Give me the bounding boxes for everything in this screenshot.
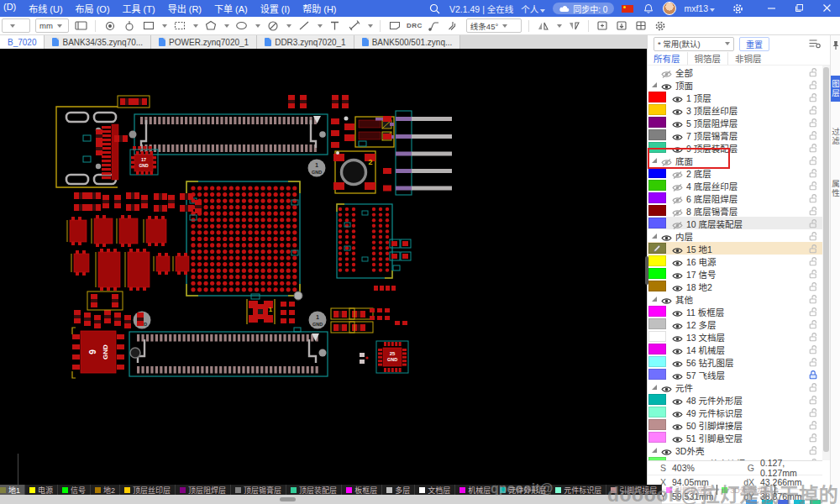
layer-color-swatch[interactable]: [648, 419, 666, 430]
line-mode-select[interactable]: 线条45°: [466, 18, 522, 33]
lock-open-icon[interactable]: [809, 193, 817, 205]
layer-color-swatch[interactable]: [648, 394, 666, 405]
layer-color-swatch[interactable]: [648, 218, 666, 228]
layer-color-swatch[interactable]: [648, 268, 666, 279]
side-tab[interactable]: 属性: [831, 180, 840, 197]
layer-row[interactable]: 56 钻孔图层: [648, 355, 822, 368]
layer-color-swatch[interactable]: [648, 306, 666, 317]
layer-color-swatch[interactable]: [648, 243, 666, 254]
layer-chip[interactable]: 顶层锡膏层: [231, 485, 286, 495]
lock-open-icon[interactable]: [809, 105, 817, 117]
language-flag-icon[interactable]: [622, 5, 633, 13]
scrollbar-thumb[interactable]: [823, 67, 829, 452]
menu-item[interactable]: 布局 (O): [76, 2, 110, 15]
lock-open-icon[interactable]: [809, 395, 817, 407]
layer-row[interactable]: 11 板框层: [648, 305, 822, 318]
scrollbar-thumb[interactable]: [280, 497, 296, 501]
layer-chip[interactable]: 引脚焊接层: [606, 485, 662, 495]
lock-closed-icon[interactable]: [809, 370, 817, 381]
lock-open-icon[interactable]: [809, 155, 817, 167]
pcb-canvas[interactable]: 17GND1GND1GND1GND29GND25GND1 地1电源信号地2顶层丝…: [0, 49, 647, 495]
layer-chip[interactable]: 顶层阻焊层: [176, 485, 231, 495]
lock-open-icon[interactable]: [809, 420, 817, 432]
layer-row[interactable]: 7 顶层锡膏层: [648, 129, 822, 141]
canvas-settings-icon[interactable]: [74, 18, 88, 33]
vertical-scrollbar[interactable]: [822, 66, 830, 460]
layer-color-swatch[interactable]: [648, 180, 666, 191]
lock-open-icon[interactable]: [809, 357, 817, 369]
side-tab[interactable]: 图层: [831, 76, 840, 102]
reset-button[interactable]: 重置: [739, 37, 769, 51]
lock-open-icon[interactable]: [809, 319, 817, 331]
lock-open-icon[interactable]: [809, 332, 817, 344]
line-tool-icon[interactable]: [297, 18, 311, 33]
export-file-icon[interactable]: [615, 18, 629, 33]
layer-color-swatch[interactable]: [648, 331, 666, 342]
lock-open-icon[interactable]: [809, 143, 817, 155]
layer-group-row[interactable]: 元件: [648, 381, 822, 393]
filter-tab[interactable]: 非铜层: [728, 52, 769, 65]
lock-open-icon[interactable]: [809, 181, 817, 192]
expand-triangle-icon[interactable]: [652, 385, 657, 390]
document-tab[interactable]: B_7020: [0, 35, 45, 49]
layer-chip[interactable]: 3D外壳边框: [717, 485, 775, 495]
pcb-drawing[interactable]: 17GND1GND1GND1GND29GND25GND1: [0, 49, 647, 485]
layer-row[interactable]: 18 地2: [648, 280, 822, 292]
pad-tool-icon[interactable]: [102, 18, 117, 33]
layer-chip[interactable]: 电源: [25, 485, 58, 495]
horizontal-scrollbar[interactable]: [0, 495, 662, 504]
dimension-tool-icon[interactable]: [347, 18, 361, 33]
via-tool-icon[interactable]: [122, 18, 136, 33]
layer-color-swatch[interactable]: [648, 369, 666, 380]
layer-preset-select[interactable]: * 常用(默认): [654, 37, 734, 51]
layer-chip[interactable]: 引脚悬空层: [662, 485, 717, 495]
align-tool-icon[interactable]: [536, 18, 550, 33]
lock-open-icon[interactable]: [809, 168, 817, 180]
region-tool-icon[interactable]: [172, 18, 186, 33]
layer-group-row[interactable]: 顶面: [648, 78, 822, 91]
layer-row[interactable]: 12 多层: [648, 318, 822, 330]
pin-panel-icon[interactable]: [832, 39, 840, 54]
filter-tab[interactable]: 铜箔层: [688, 52, 729, 65]
layer-color-swatch[interactable]: [648, 104, 666, 115]
layer-chip[interactable]: 顶层装配层: [286, 485, 342, 495]
layer-color-swatch[interactable]: [648, 205, 666, 216]
lock-open-icon[interactable]: [809, 67, 817, 79]
layer-config-icon[interactable]: [808, 38, 821, 50]
layer-group-row[interactable]: 其他: [648, 292, 822, 305]
search-icon[interactable]: [428, 2, 442, 16]
layer-row[interactable]: 50 引脚焊接层: [648, 418, 822, 431]
lock-open-icon[interactable]: [809, 80, 817, 92]
lock-open-icon[interactable]: [809, 244, 817, 255]
expand-triangle-icon[interactable]: [652, 234, 657, 239]
notifications-bell-icon[interactable]: [641, 2, 655, 16]
layer-group-row[interactable]: 内层: [648, 229, 822, 242]
route-tool-icon[interactable]: [428, 18, 442, 33]
lock-open-icon[interactable]: [809, 307, 817, 318]
layer-chip[interactable]: 机械层: [455, 485, 496, 495]
lock-open-icon[interactable]: [809, 281, 817, 293]
board-outline-icon[interactable]: [387, 18, 402, 33]
lock-open-icon[interactable]: [809, 445, 817, 457]
layer-row[interactable]: 5 顶层阻焊层: [648, 116, 822, 129]
document-tab[interactable]: BANK500/501.zynq...: [354, 35, 461, 49]
lock-open-icon[interactable]: [809, 130, 817, 142]
expand-triangle-icon[interactable]: [652, 297, 657, 302]
layer-row[interactable]: 49 元件标识层: [648, 406, 822, 418]
lock-open-icon[interactable]: [809, 407, 817, 419]
layer-chip[interactable]: 地2: [91, 485, 120, 495]
lock-open-icon[interactable]: [809, 206, 817, 218]
account-type-menu[interactable]: 个人: [521, 3, 545, 15]
menu-item[interactable]: (D): [3, 2, 16, 15]
layer-color-swatch[interactable]: [648, 192, 666, 203]
layer-row[interactable]: 15 地1: [648, 242, 822, 255]
expand-triangle-icon[interactable]: [652, 82, 657, 87]
layer-color-swatch[interactable]: [648, 407, 666, 417]
distribute-tool-icon[interactable]: [567, 18, 581, 33]
layer-all-row[interactable]: 全部: [648, 66, 822, 78]
sync-status-pill[interactable]: 同步中: 0: [553, 3, 614, 14]
ellipse-tool-icon[interactable]: [234, 18, 249, 33]
layer-color-swatch[interactable]: [648, 432, 666, 443]
rect-tool-icon[interactable]: [141, 18, 155, 33]
lock-open-icon[interactable]: [809, 294, 817, 306]
